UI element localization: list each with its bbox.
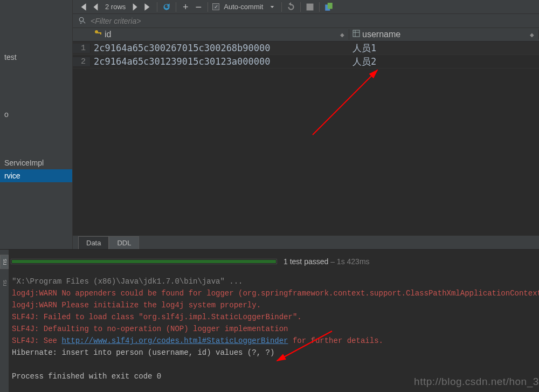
row-number: 2 (73, 57, 91, 66)
tab-data[interactable]: Data (78, 236, 109, 249)
svg-rect-7 (100, 32, 101, 35)
svg-rect-0 (307, 3, 314, 10)
slf4j-link[interactable]: http://www.slf4j.org/codes.html#StaticLo… (61, 336, 288, 345)
console-output[interactable]: "X:\Program Files (x86)\Java\jdk1.7.0\bi… (9, 273, 539, 382)
autocommit-checkbox[interactable]: ✓ (212, 3, 219, 10)
last-page-icon[interactable] (143, 2, 153, 12)
column-header-id[interactable]: id ◆ (91, 29, 349, 40)
svg-point-3 (79, 17, 84, 22)
filter-icon (78, 16, 86, 26)
svg-rect-2 (328, 3, 333, 9)
grid-tabs: Data DDL (73, 235, 539, 249)
data-grid[interactable]: id ◆ username ◆ 1 2c9164a65c300267015c30… (73, 28, 539, 235)
column-header-username[interactable]: username ◆ (349, 30, 539, 39)
test-status-bar: 1 test passed – 1s 423ms (9, 250, 539, 273)
vertical-tab[interactable]: ns (1, 277, 8, 290)
cell-username[interactable]: 人员1 (349, 42, 539, 54)
svg-line-4 (83, 21, 85, 23)
refresh-icon[interactable] (162, 2, 171, 12)
vertical-tab[interactable]: ns (0, 255, 9, 269)
next-page-icon[interactable] (130, 2, 140, 12)
prev-page-icon[interactable] (91, 2, 101, 12)
autocommit-label: Auto-commit (223, 3, 264, 11)
cell-id[interactable]: 2c9164a65c301239015c30123a000000 (91, 56, 349, 67)
first-page-icon[interactable] (78, 2, 88, 12)
stop-icon[interactable] (305, 2, 315, 12)
sort-indicator-icon[interactable]: ◆ (530, 32, 534, 38)
sort-indicator-icon[interactable]: ◆ (340, 32, 344, 38)
table-row[interactable]: 1 2c9164a65c300267015c300268b90000 人员1 (73, 42, 539, 55)
annotation-arrow-icon (307, 65, 383, 140)
col-id-label: id (105, 30, 111, 39)
grid-header: id ◆ username ◆ (73, 28, 539, 42)
table-row[interactable]: 2 2c9164a65c301239015c30123a000000 人员2 (73, 55, 539, 68)
chevron-down-icon[interactable] (267, 2, 277, 12)
test-progress-bar (11, 259, 277, 264)
col-username-label: username (362, 30, 400, 39)
cell-username[interactable]: 人员2 (349, 56, 539, 68)
add-row-icon[interactable]: + (181, 2, 190, 12)
database-panel: 2 rows + − ✓ Auto-commit (73, 0, 539, 249)
svg-rect-8 (353, 30, 360, 37)
filter-placeholder: <Filter criteria> (91, 17, 141, 25)
tree-item[interactable]: ServiceImpl (0, 156, 72, 169)
filter-row[interactable]: <Filter criteria> (73, 14, 539, 28)
primary-key-icon (94, 29, 102, 40)
run-tool-gutter: ns ns (0, 250, 9, 392)
project-tree[interactable]: test o ServiceImpl rvice (0, 0, 73, 249)
revert-icon[interactable] (286, 2, 296, 12)
svg-line-11 (313, 70, 377, 135)
tab-ddl[interactable]: DDL (109, 236, 139, 249)
tree-item[interactable]: o (0, 108, 72, 121)
duplicate-icon[interactable] (324, 2, 334, 12)
rows-count: 2 rows (104, 3, 127, 11)
tree-item-selected[interactable]: rvice (0, 169, 72, 182)
tree-item[interactable]: test (0, 51, 72, 64)
column-icon (353, 30, 360, 39)
tests-time-label: – 1s 423ms (328, 257, 369, 266)
tests-passed-label: 1 test passed (284, 257, 328, 266)
row-number: 1 (73, 44, 91, 53)
cell-id[interactable]: 2c9164a65c300267015c300268b90000 (91, 43, 349, 53)
remove-row-icon[interactable]: − (194, 2, 203, 12)
db-toolbar: 2 rows + − ✓ Auto-commit (73, 0, 539, 14)
